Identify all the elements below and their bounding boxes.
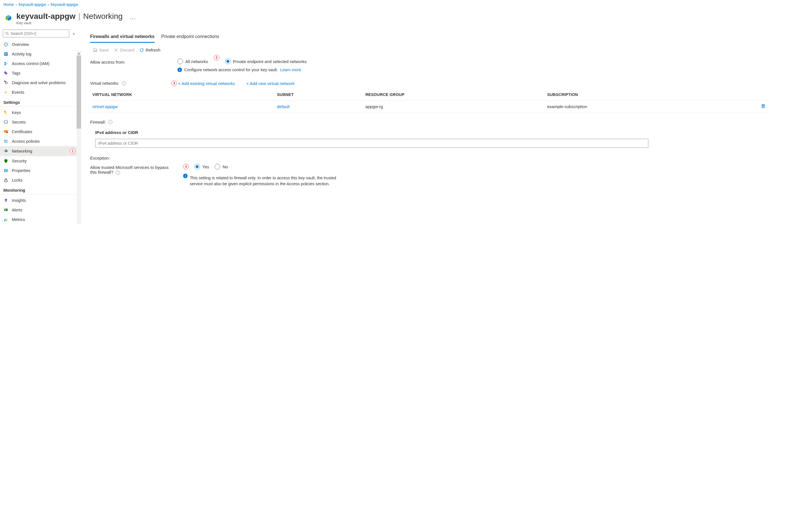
- lock-icon: [3, 177, 8, 183]
- learn-more-link[interactable]: Learn more: [280, 68, 301, 72]
- radio-exception-yes[interactable]: Yes: [194, 164, 209, 169]
- sidebar-item-locks[interactable]: Locks: [0, 175, 79, 185]
- chevron-right-icon: ›: [48, 2, 49, 7]
- sidebar-item-secrets[interactable]: Secrets: [0, 117, 79, 127]
- svg-rect-30: [5, 218, 6, 221]
- vnet-table: VIRTUAL NETWORK SUBNET RESOURCE GROUP SU…: [90, 89, 768, 113]
- info-icon[interactable]: i: [108, 120, 112, 124]
- radio-exception-no[interactable]: No: [215, 164, 228, 169]
- svg-rect-35: [762, 105, 765, 108]
- svg-line-1: [7, 34, 8, 35]
- sidebar-item-label: Access control (IAM): [12, 61, 50, 66]
- collapse-sidebar-icon[interactable]: «: [72, 30, 76, 37]
- page-title: keyvault-appgw | Networking: [16, 12, 123, 21]
- ipv4-input[interactable]: [95, 139, 648, 148]
- events-icon: [3, 90, 8, 95]
- insights-icon: [3, 198, 8, 203]
- sidebar-item-insights[interactable]: Insights: [0, 196, 79, 205]
- tab-firewalls[interactable]: Firewalls and virtual networks: [90, 32, 154, 43]
- svg-point-3: [5, 44, 6, 45]
- breadcrumb-lvl2[interactable]: keyvault-appgw: [51, 2, 78, 7]
- annotation-marker-1: 1: [70, 148, 75, 154]
- sidebar-section-settings: Settings: [0, 97, 79, 107]
- radio-icon: [225, 59, 231, 64]
- discard-button[interactable]: Discard: [114, 48, 134, 52]
- sidebar-item-label: Locks: [12, 178, 22, 183]
- radio-icon: [194, 164, 200, 169]
- sidebar-item-properties[interactable]: Properties: [0, 166, 79, 175]
- svg-point-24: [5, 199, 7, 201]
- delete-row-button[interactable]: [761, 104, 766, 109]
- sidebar-item-label: Networking: [12, 149, 32, 153]
- sidebar-item-access-control[interactable]: Access control (IAM): [0, 59, 79, 69]
- activity-log-icon: [3, 52, 8, 57]
- access-info-text: Configure network access control for you…: [184, 68, 278, 72]
- annotation-marker-4: 4: [183, 164, 189, 169]
- svg-point-16: [6, 132, 7, 133]
- breadcrumb-home[interactable]: Home: [3, 2, 14, 7]
- svg-rect-28: [6, 209, 6, 210]
- blade-section: Networking: [83, 12, 123, 21]
- rg-cell: appgw-rg: [363, 100, 545, 113]
- resource-icon: [4, 14, 13, 23]
- svg-rect-23: [4, 180, 7, 182]
- info-icon[interactable]: i: [122, 81, 126, 86]
- trash-icon: [761, 104, 766, 108]
- svg-rect-5: [5, 53, 7, 54]
- sidebar-item-label: Properties: [12, 168, 31, 173]
- sidebar-item-overview[interactable]: Overview: [0, 40, 79, 49]
- svg-point-8: [4, 62, 6, 63]
- sidebar-item-label: Access policies: [12, 139, 40, 144]
- sidebar: « Overview Activity log Access control (…: [0, 27, 79, 227]
- vnet-label: Virtual networks:: [90, 81, 119, 86]
- save-button[interactable]: Save: [93, 48, 109, 52]
- info-icon[interactable]: i: [116, 171, 120, 175]
- sidebar-item-label: Overview: [12, 42, 29, 47]
- svg-rect-6: [5, 54, 7, 54]
- search-input[interactable]: [3, 30, 69, 37]
- sidebar-item-keys[interactable]: Keys: [0, 108, 79, 117]
- sidebar-item-events[interactable]: Events: [0, 88, 79, 97]
- sidebar-item-label: Events: [12, 90, 24, 95]
- sidebar-item-label: Secrets: [12, 120, 25, 125]
- main-content: Firewalls and virtual networks Private e…: [79, 27, 790, 227]
- sidebar-item-label: Alerts: [12, 208, 22, 212]
- col-resource-group: RESOURCE GROUP: [363, 89, 545, 100]
- tab-private-endpoints[interactable]: Private endpoint connections: [161, 32, 219, 43]
- refresh-button[interactable]: Refresh: [140, 48, 161, 52]
- sidebar-item-metrics[interactable]: Metrics: [0, 215, 79, 224]
- svg-rect-7: [5, 55, 6, 55]
- more-actions-icon[interactable]: ···: [130, 16, 136, 22]
- resource-type: Key vault: [16, 21, 123, 25]
- svg-rect-31: [6, 219, 7, 221]
- sidebar-item-security[interactable]: Security: [0, 156, 79, 166]
- annotation-marker-3: 3: [171, 80, 177, 86]
- vnet-link[interactable]: virtnet-appgw: [92, 104, 118, 109]
- svg-rect-29: [4, 220, 5, 221]
- breadcrumb-lvl1[interactable]: keyvault-appgw: [19, 2, 46, 7]
- radio-icon: [178, 59, 183, 64]
- add-new-vnet-link[interactable]: + Add new virtual network: [246, 81, 294, 86]
- sidebar-item-certificates[interactable]: Certificates: [0, 127, 79, 136]
- radio-private-endpoint[interactable]: Private endpoint and selected networks: [225, 59, 307, 64]
- sidebar-item-access-policies[interactable]: Access policies: [0, 136, 79, 146]
- radio-all-networks[interactable]: All networks: [178, 59, 208, 64]
- sidebar-item-alerts[interactable]: Alerts: [0, 205, 79, 215]
- metrics-icon: [3, 217, 8, 222]
- subnet-link[interactable]: default: [277, 104, 290, 109]
- col-subnet: SUBNET: [275, 89, 363, 100]
- add-existing-vnet-link[interactable]: + Add existing virtual networks: [178, 81, 235, 86]
- sidebar-item-label: Certificates: [12, 130, 32, 134]
- tabs: Firewalls and virtual networks Private e…: [90, 32, 782, 43]
- sidebar-item-networking[interactable]: Networking 1: [0, 146, 79, 156]
- alerts-icon: [3, 207, 8, 212]
- networking-icon: [3, 149, 8, 154]
- sidebar-item-label: Keys: [12, 110, 21, 115]
- sidebar-item-diagnose[interactable]: Diagnose and solve problems: [0, 78, 79, 88]
- diagnose-icon: [3, 80, 8, 85]
- allow-access-label: Allow access from:: [90, 59, 169, 64]
- sidebar-item-label: Activity log: [12, 52, 31, 56]
- sidebar-item-tags[interactable]: Tags: [0, 69, 79, 78]
- svg-rect-12: [6, 113, 7, 114]
- sidebar-item-activity-log[interactable]: Activity log: [0, 49, 79, 59]
